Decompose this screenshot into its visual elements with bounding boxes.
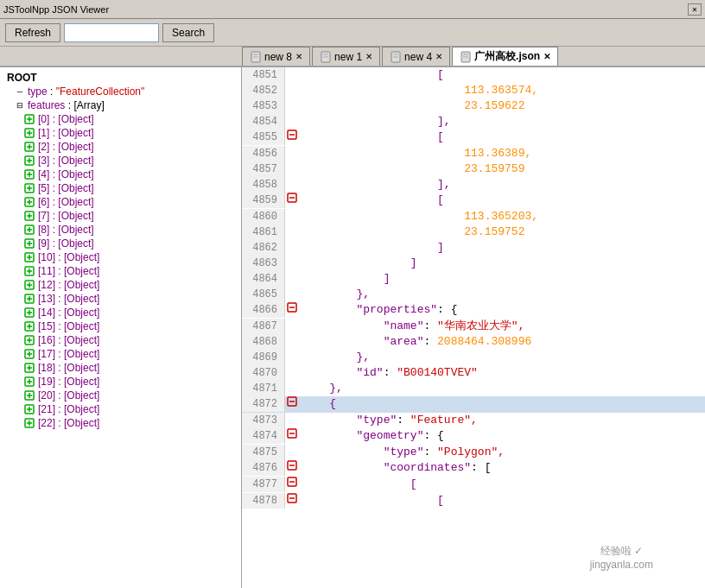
tab-icon-guangzhou <box>460 51 472 63</box>
fold-button[interactable] <box>285 193 299 209</box>
features-expand-icon: ⊟ <box>14 99 26 111</box>
line-content: "type": "Feature", <box>299 413 478 428</box>
tab-close-new1[interactable]: ✕ <box>365 52 372 61</box>
tab-new1[interactable]: new 1✕ <box>312 47 380 66</box>
expand-icon <box>24 334 36 346</box>
close-button[interactable]: ✕ <box>688 3 702 16</box>
json-token: ] <box>437 241 444 254</box>
sidebar-item[interactable]: [5] : [Object] <box>0 181 241 195</box>
tab-guangzhou[interactable]: 广州高校.json✕ <box>452 47 558 66</box>
line-content: ], <box>299 114 451 130</box>
sidebar-item[interactable]: [4] : [Object] <box>0 168 241 181</box>
features-key: features <box>28 99 65 111</box>
expand-icon <box>24 293 36 305</box>
sidebar-item[interactable]: [14] : [Object] <box>0 306 241 319</box>
json-token: 23.159752 <box>464 225 524 238</box>
refresh-button[interactable]: Refresh <box>5 23 60 42</box>
search-input[interactable] <box>64 23 159 42</box>
sidebar-item[interactable]: [21] : [Object] <box>0 402 241 416</box>
json-line: 4862 ] <box>242 240 705 256</box>
sidebar-item-label: [16] : [Object] <box>38 334 99 346</box>
json-token: [ <box>437 494 444 507</box>
json-token: 23.159622 <box>464 99 524 112</box>
sidebar-items-container: [0] : [Object][1] : [Object][2] : [Objec… <box>0 112 241 430</box>
line-content: 23.159759 <box>299 161 524 177</box>
sidebar-item-label: [8] : [Object] <box>38 224 94 236</box>
json-viewer[interactable]: 4851 [4852 113.363574,4853 23.1596224854… <box>242 67 705 588</box>
sidebar-item[interactable]: [1] : [Object] <box>0 126 241 140</box>
line-content: "name": "华南农业大学", <box>299 319 524 334</box>
tab-close-guangzhou[interactable]: ✕ <box>543 52 550 61</box>
title-bar-text: JSToolNpp JSON Viewer <box>3 4 109 15</box>
sidebar-item[interactable]: [20] : [Object] <box>0 389 241 402</box>
sidebar-item[interactable]: [9] : [Object] <box>0 237 241 250</box>
sidebar-root: ROOT <box>0 71 241 85</box>
json-token: }, <box>356 288 370 300</box>
expand-icon <box>24 182 36 194</box>
json-token: 2088464.308996 <box>437 335 531 348</box>
json-line: 4856 113.36389, <box>242 146 705 161</box>
sidebar-item[interactable]: [17] : [Object] <box>0 347 241 361</box>
json-token: "B00140TVEV" <box>397 366 478 379</box>
sidebar-item-label: [14] : [Object] <box>38 307 99 319</box>
expand-icon <box>24 265 36 277</box>
sidebar-item[interactable]: [10] : [Object] <box>0 250 241 264</box>
tab-icon-new1 <box>320 51 332 63</box>
tab-close-new8[interactable]: ✕ <box>295 52 302 61</box>
json-token: "type" <box>356 414 397 427</box>
line-content: [ <box>299 477 417 492</box>
fold-button[interactable] <box>285 428 299 445</box>
sidebar-item[interactable]: [6] : [Object] <box>0 195 241 209</box>
fold-button[interactable] <box>285 396 299 413</box>
tab-new4[interactable]: new 4✕ <box>382 47 450 66</box>
sidebar-item-label: [17] : [Object] <box>38 348 99 360</box>
sidebar-item[interactable]: [0] : [Object] <box>0 112 241 126</box>
sidebar-item[interactable]: [16] : [Object] <box>0 333 241 347</box>
fold-button[interactable] <box>285 477 299 493</box>
json-line: 4858 ], <box>242 177 705 193</box>
line-number: 4874 <box>242 428 285 444</box>
tab-close-new4[interactable]: ✕ <box>435 52 442 61</box>
tab-new8[interactable]: new 8✕ <box>242 47 310 66</box>
fold-button[interactable] <box>285 130 299 146</box>
line-number: 4861 <box>242 224 285 240</box>
json-token: 23.159759 <box>464 162 524 175</box>
sidebar-item[interactable]: [7] : [Object] <box>0 209 241 223</box>
line-number: 4852 <box>242 83 285 98</box>
sidebar-item[interactable]: [18] : [Object] <box>0 361 241 375</box>
sidebar-item[interactable]: [15] : [Object] <box>0 319 241 333</box>
fold-button[interactable] <box>285 302 299 319</box>
line-number: 4855 <box>242 130 285 145</box>
json-line: 4870 "id": "B00140TVEV" <box>242 365 705 381</box>
tab-label-new1: new 1 <box>334 51 362 63</box>
fold-button[interactable] <box>285 493 299 509</box>
line-content: [ <box>299 193 444 208</box>
sidebar-item-label: [7] : [Object] <box>38 210 94 222</box>
sidebar-item[interactable]: [22] : [Object] <box>0 416 241 430</box>
sidebar-item[interactable]: [2] : [Object] <box>0 140 241 154</box>
sidebar-item[interactable]: [12] : [Object] <box>0 278 241 292</box>
tab-label-guangzhou: 广州高校.json <box>474 49 540 64</box>
sidebar-item[interactable]: [3] : [Object] <box>0 154 241 168</box>
json-token: "name" <box>384 319 424 332</box>
sidebar-item-label: [6] : [Object] <box>38 196 94 208</box>
sidebar-item[interactable]: [11] : [Object] <box>0 264 241 278</box>
json-line: 4875 "type": "Polygon", <box>242 445 705 460</box>
json-token: "type" <box>384 446 424 458</box>
json-token: ], <box>437 115 451 128</box>
line-content: ] <box>299 271 390 287</box>
line-content: }, <box>299 381 343 396</box>
expand-icon <box>24 210 36 222</box>
line-number: 4866 <box>242 302 285 318</box>
line-number: 4859 <box>242 193 285 208</box>
line-number: 4854 <box>242 114 285 130</box>
sidebar-item[interactable]: [13] : [Object] <box>0 292 241 306</box>
sidebar-item[interactable]: [19] : [Object] <box>0 375 241 389</box>
fold-button[interactable] <box>285 460 299 477</box>
sidebar-item[interactable]: [8] : [Object] <box>0 223 241 237</box>
sidebar-features[interactable]: ⊟ features : [Array] <box>0 98 241 112</box>
sidebar-type[interactable]: ─ type : "FeatureCollection" <box>0 85 241 98</box>
line-number: 4870 <box>242 365 285 381</box>
search-button[interactable]: Search <box>162 23 214 42</box>
line-content: [ <box>299 67 444 83</box>
